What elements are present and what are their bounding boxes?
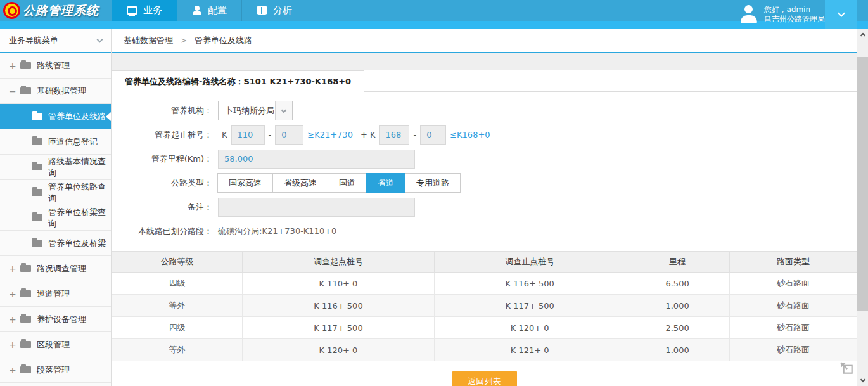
expand-toggle-icon[interactable]: + xyxy=(9,365,19,375)
sidebar-item[interactable]: + 段落管理 xyxy=(0,357,111,383)
user-menu[interactable]: 您好 , admin 昌吉州公路管理局 xyxy=(739,0,825,29)
stake-dash: - xyxy=(413,130,416,139)
cell-surface: 砂石路面 xyxy=(729,273,857,295)
divided-value: 硫磺沟分局:K21+730-K110+0 xyxy=(218,226,336,237)
divided-label: 本线路已划分路段： xyxy=(112,226,218,237)
stake-mid: + K xyxy=(361,130,376,139)
edit-tab[interactable]: 管养单位及线路编辑-路线名称：S101 K21+730-K168+0 xyxy=(112,70,364,92)
table-column-header: 公路等级 xyxy=(112,252,243,273)
mileage-input[interactable] xyxy=(218,150,415,169)
mileage-label: 管养里程(Km)： xyxy=(112,153,218,165)
stake-start-m-input[interactable] xyxy=(275,125,303,145)
expand-toggle-icon[interactable]: + xyxy=(9,340,19,350)
sidebar-item[interactable]: − 基础数据管理 xyxy=(0,79,111,104)
sidebar-item-label: 管养单位及线路 xyxy=(48,111,106,122)
chevron-up-icon xyxy=(860,32,865,37)
sidebar-item[interactable]: 管养单位及桥梁 xyxy=(0,231,111,256)
back-to-list-button[interactable]: 返回列表 xyxy=(452,371,517,386)
sidebar-item[interactable]: + 养护设备管理 xyxy=(0,307,111,332)
table-body: 四级 K 110+ 0 K 116+ 500 6.500 砂石路面 等外 K 1… xyxy=(112,273,857,361)
stake-end-m-input[interactable] xyxy=(420,125,446,145)
org-select[interactable]: 卜玛纳斯分局 xyxy=(218,101,293,120)
top-nav: 业务 配置 分析 xyxy=(112,0,307,21)
sidebar-item[interactable]: + 巡道管理 xyxy=(0,281,111,307)
folder-icon xyxy=(20,290,31,297)
chevron-down-icon xyxy=(838,10,845,16)
scrollbar-thumb[interactable] xyxy=(857,57,868,311)
table-column-header: 调查起点桩号 xyxy=(242,252,434,273)
cell-surface: 砂石路面 xyxy=(729,339,857,361)
expand-toggle-icon[interactable]: + xyxy=(9,314,19,325)
folder-icon xyxy=(32,113,42,120)
folder-icon xyxy=(32,214,42,221)
app-header: 公路管理系统 业务 配置 分析 您好 , admin 昌吉州公路管理局 xyxy=(0,0,868,29)
scroll-down-button[interactable] xyxy=(857,375,868,386)
chevron-down-icon xyxy=(860,376,865,382)
sidebar-item[interactable]: 路线基本情况查询 xyxy=(0,155,111,180)
stake-end-km-input[interactable] xyxy=(379,125,409,145)
folder-icon xyxy=(20,62,31,69)
road-type-button[interactable]: 国道 xyxy=(328,173,367,193)
main-area: 基础数据管理 > 管养单位及线路 管养单位及线路编辑-路线名称：S101 K21… xyxy=(112,29,857,386)
road-type-button[interactable]: 国家高速 xyxy=(217,173,273,193)
top-nav-tab[interactable]: 业务 xyxy=(112,0,177,21)
table-header-row: 公路等级调查起点桩号调查止点桩号里程路面类型 xyxy=(112,252,857,273)
remark-input[interactable] xyxy=(218,198,415,217)
cell-mileage: 1.000 xyxy=(625,339,730,361)
sidebar-item-label: 区段管理 xyxy=(37,339,70,351)
table-column-header: 里程 xyxy=(625,252,730,273)
expand-toggle-icon[interactable]: + xyxy=(9,264,19,274)
sidebar-item-label: 路线基本情况查询 xyxy=(48,156,111,179)
breadcrumb-parent[interactable]: 基础数据管理 xyxy=(124,35,173,46)
popout-icon[interactable] xyxy=(838,359,855,376)
nav-tab-label: 分析 xyxy=(273,4,292,16)
road-type-button[interactable]: 省道 xyxy=(366,173,405,193)
sidebar-item-label: 段落管理 xyxy=(37,364,70,376)
scroll-up-button[interactable] xyxy=(857,29,868,40)
user-avatar-icon xyxy=(739,5,758,24)
cell-grade: 四级 xyxy=(112,273,243,295)
sidebar-item[interactable]: + 路线管理 xyxy=(0,53,111,79)
sidebar-item[interactable]: + 路况调查管理 xyxy=(0,256,111,281)
app-logo: 公路管理系统 xyxy=(0,0,112,21)
segments-table: 公路等级调查起点桩号调查止点桩号里程路面类型 四级 K 110+ 0 K 116… xyxy=(112,251,857,361)
remark-label: 备注： xyxy=(112,202,218,213)
road-type-button[interactable]: 省级高速 xyxy=(272,173,328,193)
road-type-button[interactable]: 专用道路 xyxy=(405,173,461,193)
breadcrumb: 基础数据管理 > 管养单位及线路 xyxy=(112,29,857,53)
stake-start-km-input[interactable] xyxy=(231,125,265,145)
user-menu-toggle[interactable] xyxy=(825,0,857,29)
sidebar-item[interactable]: 匝道信息登记 xyxy=(0,129,111,155)
vertical-scrollbar[interactable] xyxy=(857,29,868,386)
expand-toggle-icon[interactable]: − xyxy=(9,86,19,96)
cell-start-stake: K 116+ 500 xyxy=(242,295,434,317)
table-column-header: 路面类型 xyxy=(729,252,857,273)
top-nav-tab[interactable]: 分析 xyxy=(241,0,307,21)
folder-icon xyxy=(20,341,31,348)
expand-toggle-icon[interactable]: + xyxy=(9,289,19,299)
sidebar-header[interactable]: 业务导航菜单 xyxy=(0,29,111,53)
cell-end-stake: K 121+ 0 xyxy=(435,339,625,361)
table-row: 四级 K 110+ 0 K 116+ 500 6.500 砂石路面 xyxy=(112,273,857,295)
cell-grade: 等外 xyxy=(112,295,243,317)
table-row: 等外 K 120+ 0 K 121+ 0 1.000 砂石路面 xyxy=(112,339,857,361)
road-type-label: 公路类型： xyxy=(112,177,218,189)
org-label: 管养机构： xyxy=(112,105,218,117)
folder-icon xyxy=(20,265,31,272)
content-card: 管养单位及线路编辑-路线名称：S101 K21+730-K168+0 管养机构：… xyxy=(112,70,857,386)
top-nav-tab[interactable]: 配置 xyxy=(177,0,241,21)
sidebar-item[interactable]: 管养单位桥梁查询 xyxy=(0,205,111,231)
sidebar-item-label: 路线管理 xyxy=(37,60,70,72)
stake-min-hint: ≥K21+730 xyxy=(307,130,353,139)
sidebar-item[interactable]: 管养单位及线路 xyxy=(0,104,111,129)
folder-icon xyxy=(32,189,42,196)
sidebar-item-label: 匝道信息登记 xyxy=(48,136,98,148)
cell-start-stake: K 120+ 0 xyxy=(242,339,434,361)
select-caret[interactable] xyxy=(275,101,292,120)
expand-toggle-icon[interactable]: + xyxy=(9,61,19,71)
book-icon xyxy=(257,6,267,15)
table-row: 四级 K 117+ 500 K 120+ 0 2.500 砂石路面 xyxy=(112,317,857,339)
sidebar-item[interactable]: 管养单位线路查询 xyxy=(0,180,111,205)
sidebar-item-label: 管养单位及桥梁 xyxy=(48,238,106,249)
sidebar-item[interactable]: + 区段管理 xyxy=(0,332,111,357)
